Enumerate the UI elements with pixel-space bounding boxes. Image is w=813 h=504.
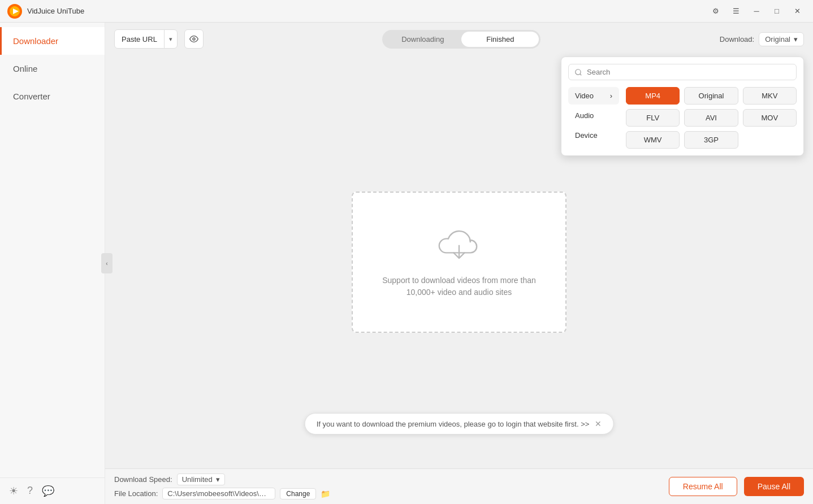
category-audio[interactable]: Audio — [568, 107, 619, 124]
format-flv[interactable]: FLV — [626, 109, 680, 127]
download-selector: Download: Original ▾ — [720, 32, 804, 46]
format-mkv[interactable]: MKV — [743, 87, 797, 105]
eye-icon — [189, 34, 198, 44]
drop-zone-text: Support to download videos from more tha… — [382, 275, 536, 298]
window-controls: ⚙ ☰ ─ □ ✕ — [707, 3, 806, 19]
speed-row: Download Speed: Unlimited ▾ — [114, 473, 330, 485]
toggle-tabs: Downloading Finished — [210, 30, 713, 49]
sidebar-item-online[interactable]: Online — [0, 55, 105, 82]
file-path: C:\Users\mobeesoft\Videos\VidJuice — [162, 488, 275, 499]
category-device[interactable]: Device — [568, 127, 619, 144]
notification-bar: If you want to download the premium vide… — [305, 413, 614, 435]
format-mp4[interactable]: MP4 — [626, 87, 680, 105]
location-label: File Location: — [114, 489, 158, 498]
drop-zone[interactable]: Support to download videos from more tha… — [352, 192, 566, 333]
settings-button[interactable]: ⚙ — [707, 3, 725, 19]
menu-button[interactable]: ☰ — [727, 3, 745, 19]
close-button[interactable]: ✕ — [788, 3, 806, 19]
speed-chevron-icon: ▾ — [216, 475, 220, 484]
speed-label: Download Speed: — [114, 475, 172, 484]
format-original[interactable]: Original — [684, 87, 738, 105]
toolbar: Paste URL ▾ Downloading Finished — [105, 23, 813, 55]
resume-all-button[interactable]: Resume All — [669, 477, 737, 496]
svg-point-4 — [576, 69, 581, 74]
paste-url-button[interactable]: Paste URL ▾ — [114, 29, 178, 49]
app-body: Downloader Online Converter ☀ ? 💬 ‹ Past… — [0, 23, 813, 504]
format-dropdown[interactable]: Original ▾ — [759, 32, 804, 46]
theme-icon[interactable]: ☀ — [9, 485, 18, 497]
tab-downloading[interactable]: Downloading — [384, 32, 461, 47]
format-menu-body: Video › Audio Device MP4 Original MKV FL… — [568, 87, 797, 149]
sidebar-item-downloader[interactable]: Downloader — [0, 27, 105, 55]
titlebar: VidJuice UniTube ⚙ ☰ ─ □ ✕ — [0, 0, 813, 23]
format-value: Original — [765, 35, 790, 44]
format-categories: Video › Audio Device — [568, 87, 619, 149]
tab-finished[interactable]: Finished — [461, 32, 539, 47]
search-box — [568, 64, 797, 80]
format-wmv[interactable]: WMV — [626, 131, 680, 149]
download-label: Download: — [720, 35, 754, 44]
bottom-left: Download Speed: Unlimited ▾ File Locatio… — [114, 473, 330, 499]
sidebar: Downloader Online Converter ☀ ? 💬 ‹ — [0, 23, 105, 504]
toggle-container: Downloading Finished — [382, 30, 540, 49]
pause-all-button[interactable]: Pause All — [744, 477, 804, 496]
format-mov[interactable]: MOV — [743, 109, 797, 127]
format-avi[interactable]: AVI — [684, 109, 738, 127]
format-dropdown-menu: Video › Audio Device MP4 Original MKV FL… — [561, 57, 804, 156]
help-icon[interactable]: ? — [27, 485, 33, 497]
folder-icon[interactable]: 📁 — [321, 489, 330, 498]
app-logo-icon — [7, 3, 23, 19]
format-chevron-icon: ▾ — [794, 35, 798, 44]
maximize-button[interactable]: □ — [768, 3, 786, 19]
sidebar-collapse-button[interactable]: ‹ — [101, 253, 113, 273]
category-arrow-icon: › — [610, 92, 612, 100]
format-3gp[interactable]: 3GP — [684, 131, 738, 149]
cloud-download-icon — [436, 226, 482, 266]
chat-icon[interactable]: 💬 — [42, 485, 54, 497]
search-icon — [574, 68, 582, 76]
paste-url-chevron-icon[interactable]: ▾ — [165, 30, 177, 48]
change-location-button[interactable]: Change — [280, 488, 316, 499]
location-row: File Location: C:\Users\mobeesoft\Videos… — [114, 488, 330, 499]
notification-text: If you want to download the premium vide… — [317, 420, 590, 428]
eye-button[interactable] — [184, 29, 204, 49]
minimize-button[interactable]: ─ — [747, 3, 766, 19]
bottom-right: Resume All Pause All — [669, 477, 804, 496]
app-title: VidJuice UniTube — [27, 7, 84, 15]
speed-dropdown[interactable]: Unlimited ▾ — [177, 473, 225, 485]
search-input[interactable] — [587, 68, 790, 76]
paste-url-label[interactable]: Paste URL — [115, 30, 165, 48]
category-video[interactable]: Video › — [568, 87, 619, 105]
format-buttons: MP4 Original MKV FLV AVI MOV WMV 3GP — [626, 87, 797, 149]
notification-close-button[interactable]: ✕ — [595, 419, 602, 428]
speed-value: Unlimited — [182, 475, 213, 484]
sidebar-item-converter[interactable]: Converter — [0, 82, 105, 110]
svg-point-3 — [193, 38, 195, 40]
main-content: Paste URL ▾ Downloading Finished — [105, 23, 813, 504]
sidebar-bottom: ☀ ? 💬 — [0, 477, 105, 504]
bottom-bar: Download Speed: Unlimited ▾ File Locatio… — [105, 468, 813, 504]
app-logo: VidJuice UniTube — [7, 3, 707, 19]
